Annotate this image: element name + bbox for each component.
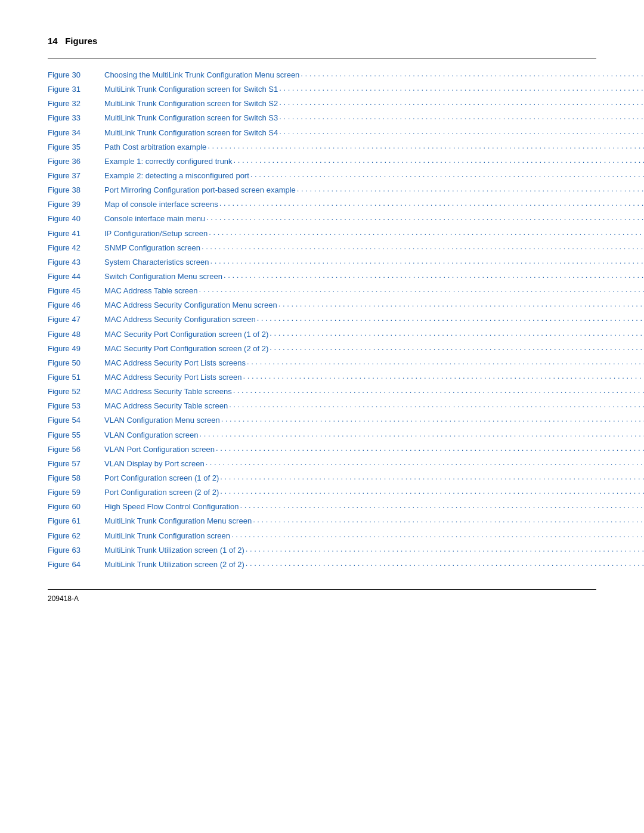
toc-row[interactable]: Figure 30Choosing the MultiLink Trunk Co…	[48, 69, 596, 82]
fig-title: Switch Configuration Menu screen103	[104, 271, 644, 283]
fig-title-text: MultiLink Trunk Utilization screen (2 of…	[104, 559, 244, 571]
fig-label: Figure 55	[48, 429, 104, 441]
toc-row[interactable]: Figure 42SNMP Configuration screen99	[48, 242, 596, 255]
fig-label: Figure 38	[48, 184, 104, 196]
toc-row[interactable]: Figure 59Port Configuration screen (2 of…	[48, 487, 596, 499]
toc-row[interactable]: Figure 37Example 2: detecting a misconfi…	[48, 170, 596, 182]
toc-row[interactable]: Figure 39Map of console interface screen…	[48, 199, 596, 211]
toc-row[interactable]: Figure 50MAC Address Security Port Lists…	[48, 357, 596, 370]
toc-row[interactable]: Figure 49MAC Security Port Configuration…	[48, 343, 596, 355]
toc-row[interactable]: Figure 45MAC Address Table screen106	[48, 285, 596, 298]
toc-row[interactable]: Figure 41IP Configuration/Setup screen94	[48, 228, 596, 240]
fig-title: MAC Address Security Configuration Menu …	[104, 299, 644, 312]
fig-title: MAC Security Port Configuration screen (…	[104, 343, 644, 355]
toc-row[interactable]: Figure 40Console interface main menu91	[48, 213, 596, 225]
fig-title: MAC Address Table screen106	[104, 285, 644, 298]
fig-title: Port Configuration screen (1 of 2)129	[104, 472, 644, 485]
toc-row[interactable]: Figure 38Port Mirroring Configuration po…	[48, 184, 596, 197]
fig-title-text: Example 1: correctly configured trunk	[104, 156, 233, 168]
dot-leader	[246, 543, 644, 556]
toc-row[interactable]: Figure 56VLAN Port Configuration screen1…	[48, 444, 596, 456]
fig-title: MultiLink Trunk Configuration screen136	[104, 530, 644, 543]
toc-row[interactable]: Figure 44Switch Configuration Menu scree…	[48, 271, 596, 283]
fig-title: IP Configuration/Setup screen94	[104, 228, 644, 240]
toc-row[interactable]: Figure 55VLAN Configuration screen123	[48, 429, 596, 442]
fig-title: MAC Security Port Configuration screen (…	[104, 329, 644, 341]
fig-title: Port Configuration screen (2 of 2)130	[104, 487, 644, 499]
fig-title-text: Map of console interface screens	[104, 199, 218, 210]
fig-title: Example 1: correctly configured trunk83	[104, 156, 644, 168]
dot-leader	[297, 183, 644, 196]
fig-label: Figure 45	[48, 285, 104, 297]
fig-title: Choosing the MultiLink Trunk Configurati…	[104, 69, 644, 82]
fig-title-text: Port Configuration screen (2 of 2)	[104, 487, 219, 498]
toc-row[interactable]: Figure 58Port Configuration screen (1 of…	[48, 472, 596, 485]
fig-title-text: MAC Address Security Table screen	[104, 400, 228, 412]
toc-row[interactable]: Figure 33MultiLink Trunk Configuration s…	[48, 112, 596, 125]
fig-label: Figure 31	[48, 83, 104, 95]
dot-leader	[257, 312, 644, 325]
fig-label: Figure 60	[48, 501, 104, 513]
fig-title: MAC Address Security Table screens118	[104, 386, 644, 398]
dot-leader	[279, 111, 644, 123]
toc-row[interactable]: Figure 47MAC Address Security Configurat…	[48, 314, 596, 326]
header-number: 14	[48, 36, 58, 46]
toc-row[interactable]: Figure 63MultiLink Trunk Utilization scr…	[48, 544, 596, 557]
fig-label: Figure 62	[48, 530, 104, 542]
toc-row[interactable]: Figure 48MAC Security Port Configuration…	[48, 329, 596, 341]
toc-row[interactable]: Figure 34MultiLink Trunk Configuration s…	[48, 127, 596, 140]
fig-title-text: MAC Security Port Configuration screen (…	[104, 329, 268, 340]
fig-label: Figure 56	[48, 444, 104, 456]
fig-label: Figure 39	[48, 199, 104, 210]
toc-row[interactable]: Figure 62MultiLink Trunk Configuration s…	[48, 530, 596, 543]
toc-row[interactable]: Figure 52MAC Address Security Table scre…	[48, 386, 596, 398]
toc-row[interactable]: Figure 31MultiLink Trunk Configuration s…	[48, 83, 596, 96]
fig-title-text: Port Mirroring Configuration port-based …	[104, 184, 296, 196]
toc-row[interactable]: Figure 32MultiLink Trunk Configuration s…	[48, 98, 596, 110]
fig-title-text: IP Configuration/Setup screen	[104, 228, 208, 240]
toc-row[interactable]: Figure 46MAC Address Security Configurat…	[48, 299, 596, 312]
dot-leader	[247, 356, 644, 368]
dot-leader	[209, 227, 644, 239]
header-spacer	[58, 36, 66, 46]
toc-row[interactable]: Figure 60High Speed Flow Control Configu…	[48, 501, 596, 513]
fig-title: MAC Address Security Port Lists screen11…	[104, 371, 644, 384]
fig-title-text: System Characteristics screen	[104, 256, 209, 268]
fig-title-text: MultiLink Trunk Configuration screen for…	[104, 127, 278, 139]
toc-row[interactable]: Figure 64MultiLink Trunk Utilization scr…	[48, 559, 596, 571]
fig-label: Figure 63	[48, 544, 104, 556]
toc-row[interactable]: Figure 35Path Cost arbitration example82	[48, 141, 596, 154]
dot-leader	[279, 126, 644, 138]
fig-label: Figure 54	[48, 414, 104, 426]
dot-leader	[220, 485, 644, 498]
fig-label: Figure 50	[48, 357, 104, 369]
fig-title-text: Example 2: detecting a misconfigured por…	[104, 170, 249, 182]
fig-label: Figure 46	[48, 299, 104, 311]
toc-row[interactable]: Figure 36Example 1: correctly configured…	[48, 156, 596, 168]
dot-leader	[200, 428, 644, 441]
fig-title: VLAN Configuration screen123	[104, 429, 644, 442]
fig-title: High Speed Flow Control Configuration132	[104, 501, 644, 513]
dot-leader	[234, 154, 644, 167]
fig-label: Figure 44	[48, 271, 104, 283]
fig-label: Figure 42	[48, 242, 104, 254]
dot-leader	[279, 82, 644, 95]
toc-row[interactable]: Figure 51MAC Address Security Port Lists…	[48, 371, 596, 384]
dot-leader	[216, 442, 644, 455]
dot-leader	[206, 212, 644, 224]
fig-label: Figure 51	[48, 371, 104, 383]
fig-label: Figure 53	[48, 400, 104, 412]
fig-title-text: MAC Security Port Configuration screen (…	[104, 343, 268, 355]
fig-title: MultiLink Trunk Configuration Menu scree…	[104, 515, 644, 528]
fig-title-text: VLAN Display by Port screen	[104, 458, 205, 470]
toc-row[interactable]: Figure 61MultiLink Trunk Configuration M…	[48, 515, 596, 528]
fig-label: Figure 47	[48, 314, 104, 326]
fig-label: Figure 58	[48, 472, 104, 484]
fig-title: MAC Address Security Table screen119	[104, 400, 644, 413]
toc-row[interactable]: Figure 43System Characteristics screen10…	[48, 256, 596, 269]
toc-row[interactable]: Figure 54VLAN Configuration Menu screen1…	[48, 414, 596, 427]
toc-row[interactable]: Figure 57VLAN Display by Port screen128	[48, 458, 596, 470]
fig-title-text: MultiLink Trunk Configuration screen for…	[104, 83, 278, 95]
fig-label: Figure 61	[48, 515, 104, 527]
toc-row[interactable]: Figure 53MAC Address Security Table scre…	[48, 400, 596, 413]
